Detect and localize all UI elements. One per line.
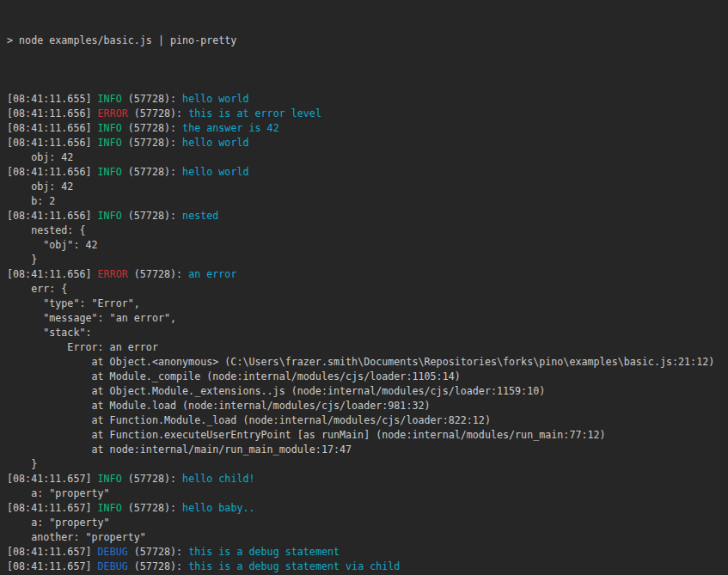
log-detail-line: a: "property"	[7, 486, 728, 501]
log-line: [08:41:11.656] INFO (57728): hello world	[7, 136, 728, 150]
log-detail-line: "stack":	[7, 326, 728, 340]
log-detail-line: "message": "an error",	[7, 311, 728, 326]
log-detail-line: a: "property"	[7, 516, 728, 530]
log-level: INFO	[98, 502, 122, 514]
log-message: the answer is 42	[182, 122, 279, 134]
log-pid: (57728):	[122, 93, 182, 105]
log-detail-line: b: 2	[7, 194, 728, 209]
log-message: this is a debug statement	[188, 546, 340, 558]
log-detail-line: "type": "Error",	[7, 297, 728, 311]
log-pid: (57728):	[122, 210, 182, 222]
log-message: an error	[188, 268, 236, 280]
log-detail-line: }	[7, 253, 728, 267]
log-timestamp: [08:41:11.655]	[7, 93, 98, 105]
log-detail-line: at Module.load (node:internal/modules/cj…	[7, 399, 728, 413]
log-pid: (57728):	[122, 137, 182, 149]
log-detail-line: at Function.executeUserEntryPoint [as ru…	[7, 428, 728, 443]
log-line: [08:41:11.655] INFO (57728): hello world	[7, 92, 728, 107]
log-detail-line: Error: an error	[7, 340, 728, 355]
log-detail-line: "obj": 42	[7, 238, 728, 253]
log-level: ERROR	[98, 268, 128, 280]
command-line: > node examples/basic.js | pino-pretty	[7, 34, 728, 48]
log-level: ERROR	[98, 107, 128, 119]
log-line: [08:41:11.656] ERROR (57728): an error	[7, 267, 728, 282]
log-level: INFO	[98, 122, 122, 134]
log-pid: (57728):	[128, 107, 188, 119]
log-line: [08:41:11.656] INFO (57728): the answer …	[7, 121, 728, 136]
log-detail-line: }	[7, 457, 728, 472]
log-message: this is at error level	[188, 107, 321, 119]
log-detail-line: another: "property"	[7, 530, 728, 545]
log-line: [08:41:11.656] INFO (57728): hello world	[7, 165, 728, 180]
log-level: INFO	[98, 166, 122, 178]
log-line: [08:41:11.656] INFO (57728): nested	[7, 209, 728, 223]
log-timestamp: [08:41:11.656]	[7, 166, 98, 178]
log-level: INFO	[98, 93, 122, 105]
log-pid: (57728):	[122, 473, 182, 485]
log-message: hello world	[182, 93, 248, 105]
log-detail-line: nested: {	[7, 223, 728, 238]
log-message: hello world	[182, 137, 248, 149]
log-pid: (57728):	[128, 560, 188, 572]
log-detail-line: obj: 42	[7, 150, 728, 165]
log-message: hello world	[182, 166, 248, 178]
log-line: [08:41:11.656] ERROR (57728): this is at…	[7, 107, 728, 121]
log-pid: (57728):	[122, 166, 182, 178]
log-pid: (57728):	[128, 546, 188, 558]
log-timestamp: [08:41:11.656]	[7, 268, 98, 280]
log-detail-line: at Object.<anonymous> (C:\Users\frazer.s…	[7, 355, 728, 370]
log-message: hello child!	[182, 473, 254, 485]
log-pid: (57728):	[122, 502, 182, 514]
log-timestamp: [08:41:11.657]	[7, 560, 98, 572]
log-line: [08:41:11.657] INFO (57728): hello baby.…	[7, 501, 728, 516]
log-lines: [08:41:11.655] INFO (57728): hello world…	[7, 77, 728, 575]
log-pid: (57728):	[128, 268, 188, 280]
log-level: DEBUG	[98, 560, 128, 572]
log-line: [08:41:11.657] DEBUG (57728): this is a …	[7, 560, 728, 574]
log-level: DEBUG	[98, 546, 128, 558]
log-timestamp: [08:41:11.657]	[7, 502, 98, 514]
log-timestamp: [08:41:11.656]	[7, 210, 98, 222]
log-level: INFO	[98, 473, 122, 485]
blank-line	[7, 77, 728, 92]
log-detail-line: at Object.Module._extensions..js (node:i…	[7, 384, 728, 399]
log-detail-line: at Module._compile (node:internal/module…	[7, 370, 728, 384]
log-message: this is a debug statement via child	[188, 560, 400, 572]
log-timestamp: [08:41:11.656]	[7, 107, 98, 119]
log-detail-line: at Function.Module._load (node:internal/…	[7, 413, 728, 428]
log-line: [08:41:11.657] DEBUG (57728): this is a …	[7, 545, 728, 560]
log-timestamp: [08:41:11.656]	[7, 137, 98, 149]
log-detail-line: at node:internal/main/run_main_module:17…	[7, 443, 728, 457]
log-level: INFO	[98, 210, 122, 222]
log-timestamp: [08:41:11.656]	[7, 122, 98, 134]
log-message: hello baby..	[182, 502, 254, 514]
log-pid: (57728):	[122, 122, 182, 134]
log-timestamp: [08:41:11.657]	[7, 473, 98, 485]
log-detail-line: obj: 42	[7, 180, 728, 194]
log-detail-line: err: {	[7, 282, 728, 297]
terminal-output: > node examples/basic.js | pino-pretty […	[0, 0, 728, 575]
log-line: [08:41:11.657] INFO (57728): hello child…	[7, 472, 728, 486]
log-timestamp: [08:41:11.657]	[7, 546, 98, 558]
log-level: INFO	[98, 137, 122, 149]
log-message: nested	[182, 210, 218, 222]
